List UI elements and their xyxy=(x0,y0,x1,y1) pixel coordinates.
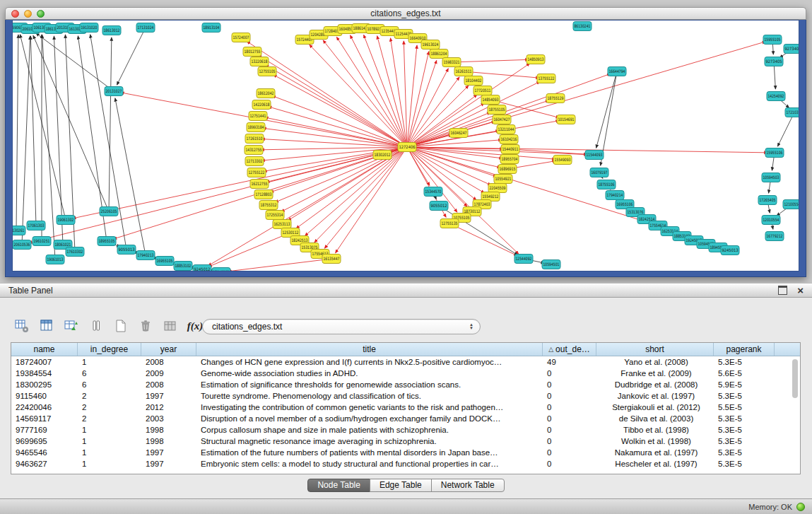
graph-node[interactable]: 14854093 xyxy=(481,95,500,105)
table-cell[interactable]: 1998 xyxy=(141,426,196,434)
column-header-name[interactable]: name xyxy=(11,343,78,356)
graph-node[interactable]: 14312755 xyxy=(245,146,263,155)
tab-node-table[interactable]: Node Table xyxy=(307,479,370,492)
graph-node[interactable]: 19061302 xyxy=(57,216,75,225)
table-row[interactable]: 1938455462009Genome-wide association stu… xyxy=(11,368,800,379)
table-settings-icon[interactable] xyxy=(13,316,31,336)
graph-node[interactable]: 17210355 xyxy=(785,108,799,117)
merge-tables-icon[interactable] xyxy=(87,316,105,336)
graph-edge[interactable] xyxy=(265,117,407,147)
tab-network-table[interactable]: Network Table xyxy=(431,479,505,492)
graph-node[interactable]: 16104216 xyxy=(500,135,518,144)
graph-node[interactable]: 9273406 xyxy=(784,45,799,54)
graph-edge[interactable] xyxy=(266,65,407,147)
graph-edge[interactable] xyxy=(20,35,66,220)
table-cell[interactable]: 1 xyxy=(78,437,141,445)
graph-edge[interactable] xyxy=(452,59,529,62)
graph-node[interactable]: 9055012 xyxy=(430,201,448,211)
graph-node[interactable]: 13211044 xyxy=(497,125,515,134)
graph-node[interactable]: 12755135 xyxy=(440,219,459,228)
graph-node[interactable]: 15955106 xyxy=(765,148,784,158)
graph-node[interactable]: 15983321 xyxy=(442,58,461,67)
table-cell[interactable]: Dudbridge et al. (2008) xyxy=(596,380,714,389)
column-header-out_de[interactable]: △out_de… xyxy=(543,343,596,356)
graph-node[interactable]: 9245012 xyxy=(193,265,211,272)
graph-edge[interactable] xyxy=(22,36,30,245)
table-cell[interactable]: 0 xyxy=(543,369,596,378)
table-cell[interactable]: 1 xyxy=(78,358,141,366)
graph-node[interactable]: 19061013 xyxy=(46,255,64,264)
graph-node[interactable]: 12713302 xyxy=(245,157,264,166)
table-cell[interactable]: 6 xyxy=(78,369,141,378)
graph-node[interactable]: 25206105 xyxy=(100,207,118,216)
table-cell[interactable]: 1 xyxy=(78,448,141,457)
graph-node[interactable]: 14850913 xyxy=(526,55,545,64)
graph-edge[interactable] xyxy=(263,128,407,147)
graph-node[interactable]: 10154691 xyxy=(557,115,575,124)
graph-node[interactable]: 12755105 xyxy=(258,67,276,76)
column-header-title[interactable]: title xyxy=(196,343,543,356)
table-cell[interactable]: 2008 xyxy=(141,358,196,366)
graph-node[interactable]: 15724007 xyxy=(232,33,250,42)
graph-node[interactable]: 16896915 xyxy=(498,165,517,174)
graph-node[interactable]: 11544093 xyxy=(585,151,604,160)
table-cell[interactable]: 0 xyxy=(543,392,596,400)
graph-node[interactable]: 14220618 xyxy=(252,100,271,110)
table-row[interactable]: 946554611997Estimation of the future num… xyxy=(11,447,800,458)
graph-node[interactable]: 9245013 xyxy=(721,246,739,255)
table-cell[interactable]: 1997 xyxy=(141,460,196,468)
graph-node[interactable]: 18945502 xyxy=(212,268,230,272)
table-cell[interactable]: 1998 xyxy=(141,437,196,445)
table-cell[interactable]: Hescheler et al. (1997) xyxy=(596,460,714,468)
graph-node[interactable]: 16779212 xyxy=(765,232,784,241)
graph-edge[interactable] xyxy=(36,33,114,91)
graph-node[interactable]: 17940213 xyxy=(136,251,155,260)
table-cell[interactable]: Corpus callosum shape and size in male p… xyxy=(196,426,543,434)
graph-node[interactable]: 12100554 xyxy=(783,200,799,209)
graph-node[interactable]: 9273405 xyxy=(765,57,783,66)
network-canvas[interactable]: 1272406157244071204280117284018160485121… xyxy=(12,20,799,271)
table-cell[interactable]: Stergiakouli et al. (2012) xyxy=(596,403,714,411)
graph-edge[interactable] xyxy=(449,223,517,256)
graph-node[interactable]: 16079197 xyxy=(590,168,608,177)
graph-node[interactable]: 16644794 xyxy=(608,67,626,76)
graph-node[interactable]: 18613012 xyxy=(102,26,121,35)
graph-node[interactable]: 12755122 xyxy=(247,168,266,177)
graph-node[interactable]: 17940214 xyxy=(606,191,624,200)
table-cell[interactable]: Yano et al. (2008) xyxy=(596,358,714,366)
graph-node[interactable]: 15955105 xyxy=(763,35,782,45)
graph-node[interactable]: 10554921 xyxy=(494,175,512,184)
table-scrollbar-thumb[interactable] xyxy=(792,359,798,398)
graph-node[interactable]: 16261511 xyxy=(454,67,473,76)
graph-node[interactable]: 19131020 xyxy=(80,23,98,33)
graph-node[interactable]: 16135447 xyxy=(322,255,341,264)
table-row[interactable]: 946362711997Embryonic stem cells: a mode… xyxy=(11,458,800,469)
table-row[interactable]: 977716911998Corpus callosum shape and si… xyxy=(11,424,800,436)
table-cell[interactable]: 2012 xyxy=(141,403,196,411)
table-cell[interactable]: 22420046 xyxy=(11,403,78,411)
close-window-button[interactable] xyxy=(11,10,19,18)
graph-edge[interactable] xyxy=(33,35,109,211)
column-header-in_degree[interactable]: in_degree xyxy=(78,343,141,356)
graph-node[interactable]: 17128803 xyxy=(254,190,273,199)
table-cell[interactable]: Estimation of the future numbers of pati… xyxy=(196,448,543,457)
graph-node[interactable]: 86130241 xyxy=(573,22,592,31)
graph-edge[interactable] xyxy=(117,28,146,85)
table-cell[interactable]: 5.3E-5 xyxy=(714,426,775,434)
graph-edge[interactable] xyxy=(29,147,407,243)
graph-node[interactable]: 17265405 xyxy=(758,196,777,205)
export-table-icon[interactable] xyxy=(161,316,180,336)
table-cell[interactable]: 0 xyxy=(543,437,596,445)
table-cell[interactable]: Genome-wide association studies in ADHD. xyxy=(196,369,543,378)
graph-edge[interactable] xyxy=(364,35,407,147)
table-cell[interactable]: 0 xyxy=(543,460,596,468)
table-cell[interactable]: 1997 xyxy=(141,448,196,457)
table-cell[interactable]: 0 xyxy=(543,448,596,457)
network-window-titlebar[interactable]: citations_edges.txt xyxy=(5,7,806,20)
table-row[interactable]: 1830029562008Estimation of significance … xyxy=(11,379,800,390)
graph-node[interactable]: 12751441 xyxy=(249,112,267,121)
graph-node[interactable]: 14254092 xyxy=(767,92,785,101)
table-cell[interactable]: 9699695 xyxy=(11,437,78,445)
graph-edge[interactable] xyxy=(596,71,617,148)
table-cell[interactable]: Embryonic stem cells: a model to study s… xyxy=(196,460,543,468)
